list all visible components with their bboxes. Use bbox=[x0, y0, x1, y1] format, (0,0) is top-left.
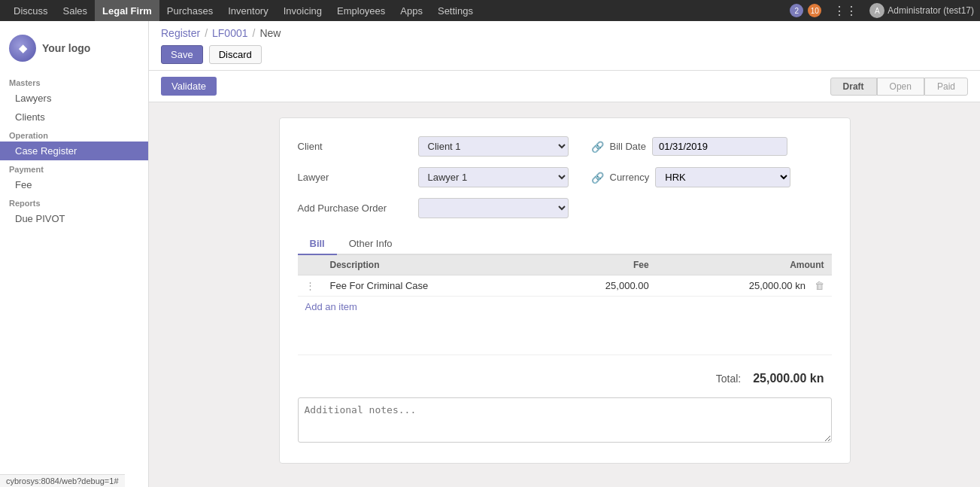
add-item-link[interactable]: Add an item bbox=[298, 297, 365, 317]
lawyer-field[interactable]: Lawyer 1 bbox=[418, 167, 569, 187]
bill-date-input[interactable] bbox=[652, 137, 787, 156]
sidebar-item-clients[interactable]: Clients bbox=[0, 108, 148, 126]
fee-cell: 25,000.00 bbox=[542, 275, 656, 297]
bill-date-field[interactable] bbox=[652, 137, 787, 156]
table-row: ⋮ Fee For Criminal Case 25,000.00 25,000… bbox=[298, 275, 832, 297]
th-drag bbox=[298, 255, 323, 275]
form-container: Client Client 1 🔗 Bill Date bbox=[149, 102, 980, 479]
admin-label: Administrator (test17) bbox=[887, 5, 974, 16]
nav-discuss[interactable]: Discuss bbox=[6, 0, 56, 21]
nav-invoicing[interactable]: Invoicing bbox=[276, 0, 329, 21]
amount-cell: 25,000.00 kn 🗑 bbox=[657, 275, 832, 297]
sidebar-logo[interactable]: ◆ Your logo bbox=[0, 29, 148, 74]
chat-badge[interactable]: 2 bbox=[790, 4, 803, 17]
form-row-client: Client Client 1 🔗 Bill Date bbox=[298, 136, 832, 157]
currency-field[interactable]: HRK bbox=[655, 167, 790, 187]
avatar: A bbox=[869, 3, 884, 18]
form-card: Client Client 1 🔗 Bill Date bbox=[279, 117, 851, 464]
amount-value: 25,000.00 kn bbox=[749, 280, 806, 291]
page-header: Register / LF0001 / New Save Discard bbox=[149, 21, 980, 71]
drag-handle-cell[interactable]: ⋮ bbox=[298, 275, 323, 297]
divider-1 bbox=[298, 355, 832, 355]
delete-row-icon[interactable]: 🗑 bbox=[815, 280, 824, 291]
po-field[interactable] bbox=[418, 198, 569, 218]
total-row: Total: 25,000.00 kn bbox=[298, 363, 832, 385]
notes-textarea[interactable] bbox=[298, 397, 832, 443]
form-row-po: Add Purchase Order bbox=[298, 198, 832, 218]
bill-date-ext-icon[interactable]: 🔗 bbox=[591, 141, 604, 153]
client-label: Client bbox=[298, 141, 411, 152]
sidebar-item-case-register[interactable]: Case Register bbox=[0, 142, 148, 160]
status-steps: Draft Open Paid bbox=[830, 78, 968, 96]
breadcrumb-lf0001[interactable]: LF0001 bbox=[212, 27, 247, 39]
po-select[interactable] bbox=[418, 198, 569, 218]
lawyer-label: Lawyer bbox=[298, 172, 411, 183]
navbar: Discuss Sales Legal Firm Purchases Inven… bbox=[0, 0, 980, 21]
status-step-paid[interactable]: Paid bbox=[924, 78, 968, 96]
client-field[interactable]: Client 1 bbox=[418, 136, 569, 157]
nav-inventory[interactable]: Inventory bbox=[220, 0, 275, 21]
currency-ext-icon[interactable]: 🔗 bbox=[591, 172, 604, 184]
breadcrumb-sep-2: / bbox=[253, 27, 256, 39]
breadcrumb-register[interactable]: Register bbox=[161, 27, 200, 39]
discard-button[interactable]: Discard bbox=[209, 45, 262, 64]
bill-date-label: Bill Date bbox=[610, 141, 646, 152]
url-bar: cybrosys:8084/web?debug=1# bbox=[0, 474, 125, 487]
th-description: Description bbox=[323, 255, 543, 275]
bill-date-group: 🔗 Bill Date bbox=[591, 137, 787, 156]
currency-label: Currency bbox=[610, 172, 650, 183]
form-row-lawyer: Lawyer Lawyer 1 🔗 Currency HRK bbox=[298, 167, 832, 187]
status-bar: Validate Draft Open Paid bbox=[149, 71, 980, 102]
nav-sales[interactable]: Sales bbox=[56, 0, 96, 21]
section-reports: Reports bbox=[0, 194, 148, 209]
total-label: Total: bbox=[716, 373, 741, 385]
notification-badge[interactable]: 10 bbox=[808, 4, 821, 17]
logo-icon: ◆ bbox=[9, 35, 36, 62]
nav-apps[interactable]: Apps bbox=[393, 0, 430, 21]
admin-menu[interactable]: A Administrator (test17) bbox=[869, 3, 974, 18]
client-select[interactable]: Client 1 bbox=[418, 136, 569, 157]
po-label: Add Purchase Order bbox=[298, 202, 411, 214]
sidebar-item-lawyers[interactable]: Lawyers bbox=[0, 89, 148, 108]
section-masters: Masters bbox=[0, 74, 148, 89]
sidebar-item-fee[interactable]: Fee bbox=[0, 175, 148, 194]
breadcrumb-sep-1: / bbox=[205, 27, 208, 39]
lawyer-select[interactable]: Lawyer 1 bbox=[418, 167, 569, 187]
section-operation: Operation bbox=[0, 126, 148, 142]
toolbar: Save Discard bbox=[161, 45, 968, 64]
total-value: 25,000.00 kn bbox=[753, 372, 824, 385]
status-step-draft[interactable]: Draft bbox=[830, 78, 877, 96]
breadcrumb-new: New bbox=[259, 27, 281, 39]
nav-legal-firm[interactable]: Legal Firm bbox=[95, 0, 159, 21]
th-fee: Fee bbox=[542, 255, 656, 275]
tab-bill[interactable]: Bill bbox=[298, 233, 337, 255]
status-step-open[interactable]: Open bbox=[877, 78, 924, 96]
currency-select[interactable]: HRK bbox=[655, 167, 790, 187]
bill-table: Description Fee Amount ⋮ Fee For Crimina… bbox=[298, 255, 832, 297]
section-payment: Payment bbox=[0, 160, 148, 175]
logo-text: Your logo bbox=[42, 42, 90, 54]
nav-settings[interactable]: Settings bbox=[430, 0, 481, 21]
navbar-right: 2 10 ⋮⋮ A Administrator (test17) bbox=[790, 3, 974, 18]
nav-purchases[interactable]: Purchases bbox=[159, 0, 220, 21]
validate-button[interactable]: Validate bbox=[161, 77, 217, 96]
tabs: Bill Other Info bbox=[298, 233, 832, 255]
tab-other-info[interactable]: Other Info bbox=[337, 233, 405, 255]
sidebar: ◆ Your logo Masters Lawyers Clients Oper… bbox=[0, 21, 149, 487]
grid-icon[interactable]: ⋮⋮ bbox=[826, 4, 865, 18]
add-item-row: Add an item bbox=[298, 297, 832, 317]
nav-employees[interactable]: Employees bbox=[329, 0, 393, 21]
th-amount: Amount bbox=[657, 255, 832, 275]
save-button[interactable]: Save bbox=[161, 45, 203, 64]
drag-handle-icon[interactable]: ⋮ bbox=[305, 280, 315, 291]
content-area: Register / LF0001 / New Save Discard Val… bbox=[149, 21, 980, 487]
sidebar-item-due-pivot[interactable]: Due PIVOT bbox=[0, 209, 148, 228]
currency-group: 🔗 Currency HRK bbox=[591, 167, 791, 187]
breadcrumb: Register / LF0001 / New bbox=[161, 27, 968, 39]
table-spacer bbox=[298, 317, 832, 347]
description-cell[interactable]: Fee For Criminal Case bbox=[323, 275, 543, 297]
